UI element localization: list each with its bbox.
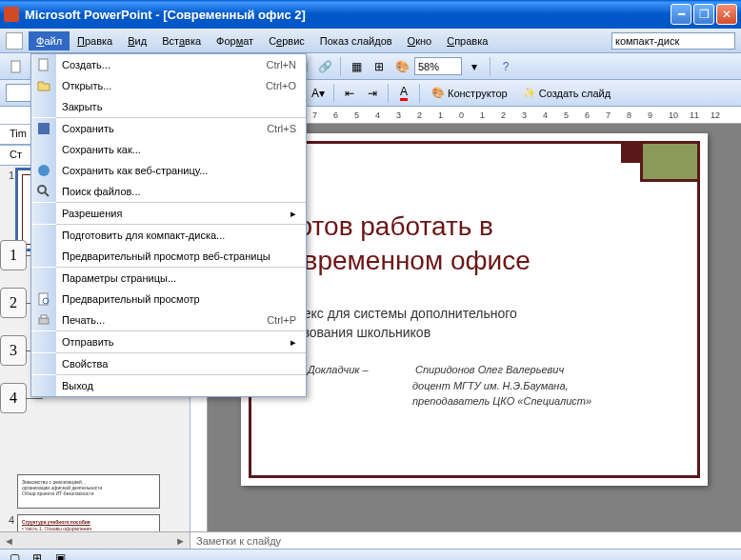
current-slide[interactable]: готов работать в овременном офисе плекс … bbox=[241, 133, 708, 486]
menu-tools[interactable]: Сервис bbox=[261, 31, 312, 50]
blank-icon bbox=[31, 139, 56, 160]
callout-annotations: 1 2 3 4 bbox=[0, 240, 27, 430]
svg-point-6 bbox=[38, 186, 46, 193]
tables-borders-button[interactable]: ▦ bbox=[346, 56, 367, 77]
blank-icon bbox=[31, 375, 56, 396]
save-icon bbox=[31, 118, 56, 139]
help-search[interactable] bbox=[611, 32, 735, 50]
slide-thumbnail-3[interactable]: Знакомство с реализацией... организации … bbox=[17, 474, 160, 509]
svg-rect-3 bbox=[39, 59, 48, 70]
menubar: Файл Правка Вид Вставка Формат Сервис По… bbox=[0, 29, 741, 53]
thumb-number: 4 bbox=[4, 514, 17, 531]
menu-item-создать[interactable]: Создать...Ctrl+N bbox=[31, 54, 306, 75]
preview-icon bbox=[31, 289, 56, 310]
menu-item-сохранить-как[interactable]: Сохранить как... bbox=[31, 139, 306, 160]
callout-1: 1 bbox=[0, 240, 27, 270]
blank-icon bbox=[31, 225, 56, 246]
help-search-input[interactable] bbox=[611, 32, 735, 50]
normal-view-button[interactable]: ▢ bbox=[4, 548, 25, 561]
slide-title-text[interactable]: готов работать в овременном офисе bbox=[289, 210, 679, 279]
print-icon bbox=[31, 310, 56, 330]
minimize-button[interactable]: ━ bbox=[671, 4, 691, 25]
zoom-combo[interactable]: 58% bbox=[414, 57, 462, 75]
file-menu-dropdown: Создать...Ctrl+NОткрыть...Ctrl+OЗакрытьС… bbox=[30, 53, 307, 397]
new-slide-button[interactable]: ✨ Создать слайд bbox=[516, 83, 617, 104]
thumb-number: 1 bbox=[4, 170, 17, 250]
help-button[interactable]: ? bbox=[495, 56, 516, 77]
menu-item-выход[interactable]: Выход bbox=[31, 375, 306, 396]
blank-icon bbox=[31, 246, 56, 267]
svg-rect-11 bbox=[41, 315, 47, 318]
search-icon bbox=[31, 181, 56, 202]
close-button[interactable]: ✕ bbox=[716, 4, 737, 25]
saveweb-icon bbox=[31, 160, 56, 181]
menu-view[interactable]: Вид bbox=[120, 31, 154, 50]
menu-item-закрыть[interactable]: Закрыть bbox=[31, 96, 306, 117]
tab-slides[interactable]: Ст bbox=[0, 145, 32, 165]
sorter-view-button[interactable]: ⊞ bbox=[27, 548, 48, 561]
callout-2: 2 bbox=[0, 288, 27, 318]
menu-file[interactable]: Файл bbox=[29, 31, 70, 50]
submenu-arrow-icon: ▸ bbox=[290, 336, 296, 349]
new-button[interactable] bbox=[6, 56, 27, 77]
menu-item-поиск-файлов[interactable]: Поиск файлов... bbox=[31, 181, 306, 202]
blank-icon bbox=[31, 353, 56, 374]
menu-item-сохранить[interactable]: СохранитьCtrl+S bbox=[31, 118, 306, 139]
menu-item-подготовить-для-компакт-диска[interactable]: Подготовить для компакт-диска... bbox=[31, 225, 306, 246]
svg-point-5 bbox=[38, 165, 50, 176]
svg-line-7 bbox=[45, 192, 49, 196]
svg-rect-4 bbox=[38, 123, 50, 134]
menu-slideshow[interactable]: Показ слайдов bbox=[312, 31, 400, 50]
font-color-button[interactable]: A bbox=[393, 83, 414, 104]
designer-button[interactable]: 🎨 Конструктор bbox=[425, 83, 514, 104]
view-buttons: ▢ ⊞ ▣ bbox=[0, 549, 741, 560]
titlebar: Microsoft PowerPoint - [Современный офис… bbox=[0, 0, 741, 29]
menu-format[interactable]: Формат bbox=[209, 31, 261, 50]
hyperlink-button[interactable]: 🔗 bbox=[314, 56, 335, 77]
blank-icon bbox=[31, 268, 56, 289]
menu-insert[interactable]: Вставка bbox=[154, 31, 209, 50]
decrease-indent-button[interactable]: ⇤ bbox=[339, 83, 360, 104]
zoom-dropdown-icon[interactable]: ▾ bbox=[464, 56, 485, 77]
menu-item-параметры-страницы[interactable]: Параметры страницы... bbox=[31, 268, 306, 289]
decorative-corner bbox=[640, 144, 697, 182]
powerpoint-icon bbox=[4, 7, 19, 22]
submenu-arrow-icon: ▸ bbox=[290, 208, 296, 220]
menu-item-открыть[interactable]: Открыть...Ctrl+O bbox=[31, 75, 306, 96]
control-menu-icon[interactable] bbox=[6, 32, 23, 50]
window-title: Microsoft PowerPoint - [Современный офис… bbox=[25, 8, 671, 22]
svg-rect-10 bbox=[39, 318, 49, 324]
slide-subtitle-text[interactable]: плекс для системы дополнительного разова… bbox=[289, 305, 679, 342]
horizontal-scrollbar[interactable]: ◄► bbox=[0, 532, 190, 549]
slide-speaker-text[interactable]: Докладчик – Спиридонов Олег Валерьевич д… bbox=[308, 362, 679, 410]
slide-thumbnail-4[interactable]: Структура учебного пособия • Часть 1. Ос… bbox=[17, 514, 160, 531]
open-icon bbox=[31, 75, 56, 96]
increase-indent-button[interactable]: ⇥ bbox=[362, 83, 383, 104]
menu-item-печать[interactable]: Печать...Ctrl+P bbox=[31, 310, 306, 330]
slideshow-view-button[interactable]: ▣ bbox=[50, 548, 70, 561]
menu-window[interactable]: Окно bbox=[400, 31, 440, 50]
blank-icon bbox=[31, 203, 56, 224]
callout-4: 4 bbox=[0, 383, 27, 413]
menu-item-предварительный-просмотр-веб-страницы[interactable]: Предварительный просмотр веб-страницы bbox=[31, 246, 306, 267]
menu-item-разрешения[interactable]: Разрешения▸ bbox=[31, 203, 306, 224]
blank-icon bbox=[31, 331, 56, 352]
menu-item-сохранить-как-веб-страницу[interactable]: Сохранить как веб-страницу... bbox=[31, 160, 306, 181]
blank-icon bbox=[31, 96, 56, 117]
notes-area[interactable]: ◄► Заметки к слайду bbox=[0, 531, 741, 549]
svg-rect-0 bbox=[11, 61, 20, 72]
decorative-square bbox=[621, 144, 640, 163]
menu-item-отправить[interactable]: Отправить▸ bbox=[31, 331, 306, 352]
maximize-button[interactable]: ❐ bbox=[693, 4, 714, 25]
decrease-font-button[interactable]: A▾ bbox=[308, 83, 329, 104]
color-button[interactable]: 🎨 bbox=[391, 56, 412, 77]
show-grid-button[interactable]: ⊞ bbox=[369, 56, 390, 77]
menu-help[interactable]: Справка bbox=[439, 31, 495, 50]
menu-item-предварительный-просмотр[interactable]: Предварительный просмотр bbox=[31, 289, 306, 310]
menu-edit[interactable]: Правка bbox=[70, 31, 120, 50]
new-icon bbox=[31, 54, 56, 75]
menu-item-свойства[interactable]: Свойства bbox=[31, 353, 306, 374]
callout-3: 3 bbox=[0, 335, 27, 366]
